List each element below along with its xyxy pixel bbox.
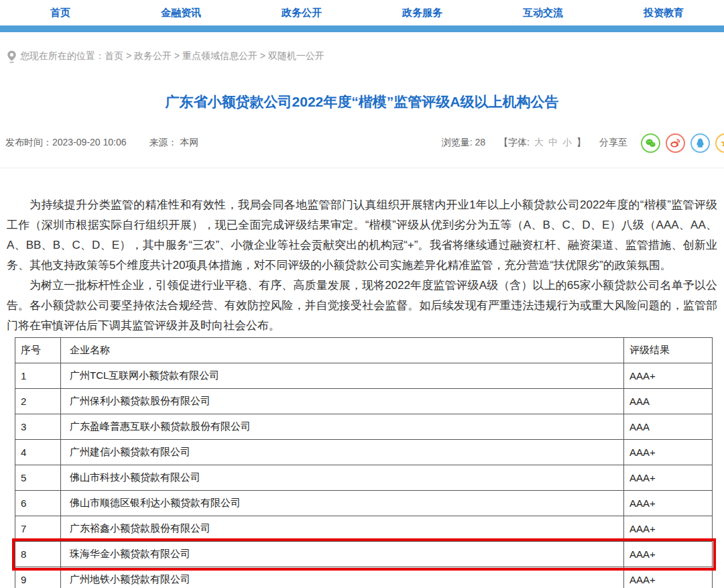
nav-item-4[interactable]: 政务服务 [362, 7, 483, 19]
paragraph-2: 为树立一批标杆性企业，引领促进行业平稳、有序、高质量发展，现将2022年度监管评… [7, 276, 717, 336]
rating: AAA+ [624, 440, 713, 465]
nav-item-6[interactable]: 投资教育 [603, 7, 724, 19]
meta-row: 发布时间：2023-09-20 10:06 来源： 本网 浏览量: 28 【字体… [0, 133, 724, 153]
table-row: 5佛山市科技小额贷款有限公司AAA+ [15, 465, 713, 491]
source: 来源： 本网 [149, 137, 199, 149]
page-title: 广东省小额贷款公司2022年度“楷模”监管评级A级以上机构公告 [0, 93, 724, 111]
font-size-large[interactable]: 大 [534, 137, 544, 149]
breadcrumb: 您现在所在的位置：首页 > 政务公开 > 重点领域信息公开 > 双随机一公开 [7, 50, 724, 63]
table-body: 1广州TCL互联网小额贷款有限公司AAA+2广州保利小额贷款股份有限公司AAA3… [15, 363, 713, 588]
publish-time-label: 发布时间： [5, 137, 52, 148]
source-value: 本网 [180, 137, 198, 148]
row-no: 5 [15, 465, 61, 491]
view-count: 浏览量: 28 [442, 137, 485, 149]
publish-time: 发布时间：2023-09-20 10:06 [5, 137, 127, 149]
table-row: 6佛山市顺德区银利达小额贷款有限公司AAA+ [15, 491, 713, 516]
table-header-cell: 企业名称 [61, 338, 624, 363]
row-no: 7 [15, 516, 61, 542]
table-row-highlighted: 8珠海华金小额贷款有限公司AAA+ [15, 542, 713, 567]
top-nav: 首页金融资讯政务公开政务服务互动交流投资教育 [0, 0, 724, 25]
paragraph-1: 为持续提升分类监管的精准性和有效性，我局会同各地监管部门认真组织开展辖内开业1年… [7, 195, 717, 276]
share-label: 分享至 [599, 137, 627, 149]
table-row: 1广州TCL互联网小额贷款有限公司AAA+ [15, 363, 713, 389]
main-nav-list: 首页金融资讯政务公开政务服务互动交流投资教育 [0, 0, 724, 25]
row-no: 3 [15, 414, 61, 440]
company-name: 佛山市顺德区银利达小额贷款有限公司 [61, 491, 624, 516]
rating: AAA+ [624, 567, 713, 588]
row-no: 1 [15, 363, 61, 389]
row-no: 4 [15, 440, 61, 465]
nav-item-1[interactable]: 首页 [0, 7, 121, 19]
company-name: 广州地铁小额贷款有限公司 [61, 567, 624, 588]
nav-item-3[interactable]: 政务公开 [241, 7, 362, 19]
nav-item-2[interactable]: 金融资讯 [121, 7, 241, 19]
table-row: 3广东盈峰普惠互联小额贷款股份有限公司AAA [15, 414, 713, 440]
share-qzone-star-icon[interactable]: ★ [715, 133, 724, 153]
rating: AAA [624, 414, 713, 440]
source-label: 来源： [149, 137, 178, 148]
row-no: 9 [15, 567, 61, 588]
view-count-value: 28 [475, 137, 486, 148]
company-name: 佛山市科技小额贷款有限公司 [61, 465, 624, 491]
table-row: 2广州保利小额贷款股份有限公司AAA [15, 389, 713, 414]
font-size-control: 【字体: 大 中 小 】 [499, 137, 586, 149]
rating: AAA+ [624, 363, 713, 389]
nav-stripe [0, 25, 724, 32]
font-size-label-open: 【字体: [499, 137, 530, 149]
company-name: 广东裕鑫小额贷款股份有限公司 [61, 516, 624, 542]
rating: AAA+ [624, 516, 713, 542]
meta-left: 发布时间：2023-09-20 10:06 来源： 本网 [5, 137, 198, 149]
company-name: 广东盈峰普惠互联小额贷款股份有限公司 [61, 414, 624, 440]
table-header-cell: 序号 [15, 338, 61, 363]
share-qq-icon[interactable] [690, 133, 710, 153]
share-wechat-icon[interactable] [641, 133, 660, 153]
row-no: 6 [15, 491, 61, 516]
row-no: 8 [15, 542, 61, 567]
font-size-small[interactable]: 小 [562, 137, 572, 149]
meta-divider [0, 168, 724, 168]
company-name: 广州建信小额贷款有限公司 [61, 440, 624, 465]
row-no: 2 [15, 389, 61, 414]
rating: AAA+ [624, 542, 713, 567]
nav-item-5[interactable]: 互动交流 [483, 7, 603, 19]
location-pin-icon [7, 50, 17, 63]
company-name: 广州保利小额贷款股份有限公司 [61, 389, 624, 414]
company-name: 珠海华金小额贷款有限公司 [61, 542, 624, 567]
rating: AAA+ [624, 465, 713, 491]
table-row: 4广州建信小额贷款有限公司AAA+ [15, 440, 713, 465]
meta-right: 浏览量: 28 【字体: 大 中 小 】 分享至 [442, 133, 724, 153]
rating-table: 序号企业名称评级结果 1广州TCL互联网小额贷款有限公司AAA+2广州保利小额贷… [15, 337, 713, 588]
table-header-row: 序号企业名称评级结果 [15, 338, 713, 363]
font-size-label-close: 】 [577, 137, 586, 149]
share-bar: ★ [641, 133, 724, 153]
table-row: 9广州地铁小额贷款有限公司AAA+ [15, 567, 713, 588]
share-weibo-icon[interactable] [666, 133, 685, 153]
table-header-cell: 评级结果 [624, 338, 713, 363]
publish-time-value: 2023-09-20 10:06 [52, 137, 127, 148]
rating: AAA+ [624, 491, 713, 516]
article-body: 为持续提升分类监管的精准性和有效性，我局会同各地监管部门认真组织开展辖内开业1年… [7, 195, 717, 336]
rating: AAA [624, 389, 713, 414]
company-name: 广州TCL互联网小额贷款有限公司 [61, 363, 624, 389]
table-row: 7广东裕鑫小额贷款股份有限公司AAA+ [15, 516, 713, 542]
breadcrumb-text[interactable]: 您现在所在的位置：首页 > 政务公开 > 重点领域信息公开 > 双随机一公开 [20, 50, 324, 62]
view-count-label: 浏览量: [442, 137, 473, 148]
font-size-medium[interactable]: 中 [548, 137, 558, 149]
